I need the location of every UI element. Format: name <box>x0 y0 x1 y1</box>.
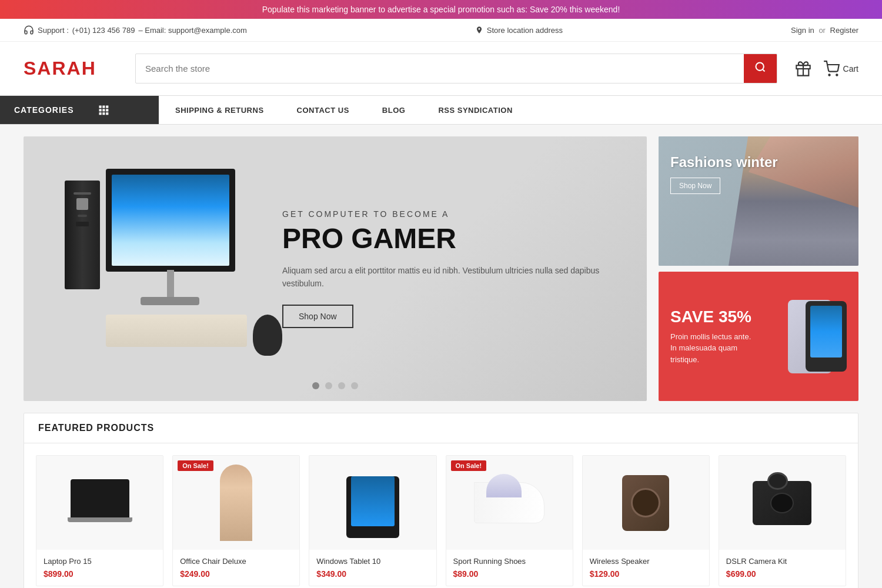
info-bar: Support : (+01) 123 456 789 – Email: sup… <box>0 19 882 42</box>
search-icon <box>754 61 766 73</box>
svg-point-0 <box>756 63 763 71</box>
navigation: CATEGORIES SHIPPING & RETURNS CONTACT US… <box>0 95 882 125</box>
auth-links: Sign in or Register <box>791 26 858 35</box>
header: SARAH Cart <box>0 42 882 95</box>
nav-shipping[interactable]: SHIPPING & RETURNS <box>159 98 280 123</box>
site-logo[interactable]: SARAH <box>24 58 118 79</box>
support-info: Support : (+01) 123 456 789 – Email: sup… <box>24 25 247 35</box>
hero-computer-image <box>47 169 270 369</box>
side-banners: Fashions winter Shop Now SAVE 35% Proin … <box>659 136 858 401</box>
slider-dot-3[interactable] <box>338 382 345 389</box>
fashion-banner-text: Fashions winter Shop Now <box>670 154 778 194</box>
hero-slide-1: GET COMPUTER TO BECOME A PRO GAMER Aliqu… <box>24 136 647 401</box>
nav-contact[interactable]: CONTACT US <box>280 98 366 123</box>
save-title: SAVE 35% <box>670 308 753 326</box>
save-description: Proin mollis lectus ante. In malesuada q… <box>670 331 753 366</box>
support-email: – Email: support@example.com <box>138 26 246 35</box>
location-icon <box>475 25 483 35</box>
featured-title: FEATURED PRODUCTS <box>24 413 858 443</box>
nav-blog[interactable]: BLOG <box>366 98 422 123</box>
product-info: Wireless Speaker $129.00 <box>583 550 709 586</box>
product-name: Wireless Speaker <box>590 557 702 566</box>
svg-point-4 <box>836 74 837 75</box>
slider-dot-1[interactable] <box>312 382 319 389</box>
search-button[interactable] <box>744 54 777 83</box>
hero-subtitle: GET COMPUTER TO BECOME A <box>282 209 623 219</box>
svg-rect-11 <box>99 112 101 115</box>
fashion-banner-bg: Fashions winter Shop Now <box>659 136 858 266</box>
cart-label: Cart <box>843 64 858 74</box>
product-name: Sport Running Shoes <box>453 557 566 566</box>
svg-rect-7 <box>106 106 108 108</box>
monitor-stand <box>167 270 174 299</box>
products-grid: Laptop Pro 15 $899.00 On Sale! Office Ch… <box>24 443 858 588</box>
search-input[interactable] <box>136 56 744 81</box>
hero-description: Aliquam sed arcu a elit porttitor mattis… <box>282 264 623 290</box>
location-info: Store location address <box>475 25 563 35</box>
svg-rect-13 <box>106 112 108 115</box>
product-price: $349.00 <box>316 569 429 579</box>
categories-menu[interactable]: CATEGORIES <box>0 96 159 124</box>
product-badge: On Sale! <box>451 460 487 471</box>
slider-dots <box>312 382 358 389</box>
banner-text: Populate this marketing banner to advert… <box>262 5 620 14</box>
monitor-screen <box>112 175 229 266</box>
product-card[interactable]: On Sale! Office Chair Deluxe $249.00 <box>172 455 300 586</box>
product-name: DSLR Camera Kit <box>726 557 838 566</box>
svg-rect-6 <box>102 106 105 108</box>
product-card[interactable]: DSLR Camera Kit $699.00 <box>719 455 846 586</box>
product-card[interactable]: Wireless Speaker $129.00 <box>582 455 710 586</box>
hero-cta-button[interactable]: Shop Now <box>282 305 353 328</box>
product-info: Windows Tablet 10 $349.00 <box>309 550 436 586</box>
product-card[interactable]: Laptop Pro 15 $899.00 <box>36 455 163 586</box>
product-card[interactable]: On Sale! Sport Running Shoes $89.00 <box>446 455 573 586</box>
monitor-base <box>141 297 199 305</box>
hero-slider[interactable]: GET COMPUTER TO BECOME A PRO GAMER Aliqu… <box>24 136 647 401</box>
gift-icon <box>795 61 811 77</box>
hero-text-block: GET COMPUTER TO BECOME A PRO GAMER Aliqu… <box>270 209 623 328</box>
svg-point-3 <box>828 74 830 75</box>
featured-products-section: FEATURED PRODUCTS Laptop Pro 15 $899.00 … <box>24 413 858 588</box>
product-card[interactable]: Windows Tablet 10 $349.00 <box>309 455 436 586</box>
save-banner[interactable]: SAVE 35% Proin mollis lectus ante. In ma… <box>659 272 858 401</box>
hero-title: PRO GAMER <box>282 223 623 255</box>
main-content: GET COMPUTER TO BECOME A PRO GAMER Aliqu… <box>0 125 882 413</box>
search-bar <box>135 54 777 83</box>
register-link[interactable]: Register <box>830 26 858 35</box>
slider-dot-2[interactable] <box>325 382 332 389</box>
nav-rss[interactable]: RSS SYNDICATION <box>422 98 529 123</box>
product-price: $249.00 <box>180 569 292 579</box>
product-price: $89.00 <box>453 569 566 579</box>
svg-rect-12 <box>102 112 105 115</box>
fashion-cta-button[interactable]: Shop Now <box>670 178 720 194</box>
product-image <box>719 456 846 550</box>
product-info: Laptop Pro 15 $899.00 <box>36 550 163 586</box>
svg-rect-8 <box>99 109 101 111</box>
support-phone: (+01) 123 456 789 <box>72 26 135 35</box>
location-text: Store location address <box>487 26 563 35</box>
phone-front <box>806 301 847 372</box>
gift-button[interactable] <box>795 61 811 77</box>
product-name: Office Chair Deluxe <box>180 557 292 566</box>
product-name: Laptop Pro 15 <box>44 557 156 566</box>
product-info: DSLR Camera Kit $699.00 <box>719 550 846 586</box>
product-price: $899.00 <box>44 569 156 579</box>
product-image <box>36 456 163 550</box>
computer-mouse <box>253 315 282 356</box>
svg-rect-9 <box>102 109 105 111</box>
product-image <box>583 456 709 550</box>
headphone-icon <box>24 25 34 35</box>
fashion-banner[interactable]: Fashions winter Shop Now <box>659 136 858 266</box>
product-image <box>309 456 436 550</box>
slider-dot-4[interactable] <box>351 382 358 389</box>
computer-monitor <box>106 169 235 272</box>
signin-link[interactable]: Sign in <box>791 26 814 35</box>
grid-icon <box>98 104 109 116</box>
fashion-title: Fashions winter <box>670 154 778 171</box>
nav-links: SHIPPING & RETURNS CONTACT US BLOG RSS S… <box>159 96 529 124</box>
product-price: $129.00 <box>590 569 702 579</box>
header-icons: Cart <box>795 61 858 77</box>
svg-rect-10 <box>106 109 108 111</box>
categories-label: CATEGORIES <box>14 105 74 115</box>
cart-button[interactable]: Cart <box>823 61 858 77</box>
